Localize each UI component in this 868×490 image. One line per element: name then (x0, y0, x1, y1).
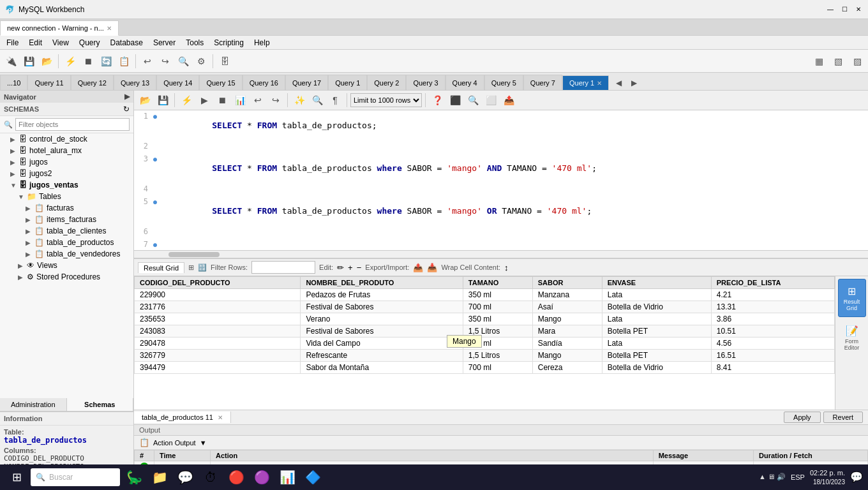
limit-rows-select[interactable]: Limit to 1000 rows Limit to 100 rows No … (350, 93, 422, 107)
menu-help[interactable]: Help (250, 37, 274, 48)
close-button[interactable]: ✕ (854, 5, 863, 14)
field-types-icon[interactable]: 🔡 (198, 264, 207, 272)
table-item-items-facturas[interactable]: ▶ 📋 items_facturas (0, 214, 133, 225)
revert-button[interactable]: Revert (823, 412, 863, 423)
bottom-tab-close[interactable]: ✕ (218, 414, 223, 421)
filter-rows-input[interactable] (251, 261, 315, 274)
query-tab-14[interactable]: Query 14 (156, 75, 199, 90)
beautify-btn[interactable]: ✨ (291, 92, 308, 108)
export-btn[interactable]: 📤 (500, 92, 517, 108)
result-row-3[interactable]: 243083 Festival de Sabores 1,5 Litros Ma… (135, 325, 835, 338)
query-tab-q2[interactable]: Query 2 (367, 75, 406, 90)
schema-button[interactable]: 🗄 (216, 53, 233, 70)
schema-item-jugos2[interactable]: ▶ 🗄 jugos2 (0, 168, 133, 179)
query-tab-13[interactable]: Query 13 (114, 75, 156, 90)
menu-database[interactable]: Database (107, 37, 147, 48)
edit-icon-3[interactable]: − (357, 263, 362, 272)
result-table-container[interactable]: CODIGO_DEL_PRODUCTO NOMBRE_DEL_PRODUTO T… (134, 276, 835, 410)
schema-folder-stored-procedures[interactable]: ▶ ⚙ Stored Procedures (0, 271, 133, 283)
grid-icon[interactable]: ⊞ (188, 264, 194, 272)
stop-query-btn[interactable]: ⏹ (214, 92, 230, 108)
open-button[interactable]: 📂 (38, 53, 55, 70)
nav-collapse-btn[interactable]: ▶ (124, 93, 130, 101)
layout-btn-3[interactable]: ▨ (849, 53, 865, 70)
taskbar-search[interactable]: 🔍 Buscar (31, 468, 120, 486)
result-row-1[interactable]: 231776 Festival de Sabores 700 ml Asaí B… (135, 301, 835, 313)
query-tab-active[interactable]: Query 1 ✕ (562, 75, 609, 91)
edit-icon-2[interactable]: + (348, 263, 353, 272)
invisible-chars-btn[interactable]: ¶ (327, 92, 343, 108)
redo-query-btn[interactable]: ↪ (267, 92, 284, 108)
result-row-4[interactable]: 290478 Vida del Campo 350 ml Sandía Lata… (135, 338, 835, 350)
schema-item-jugos-ventas[interactable]: ▼ 🗄 jugos_ventas (0, 179, 133, 191)
query-tab-16[interactable]: Query 16 (243, 75, 285, 90)
result-row-6[interactable]: 394479 Sabor da Montaña 700 ml Cereza Bo… (135, 362, 835, 374)
action-output-dropdown[interactable]: ▼ (200, 439, 207, 447)
export-icon[interactable]: 📤 (413, 263, 423, 272)
schema-item-control[interactable]: ▶ 🗄 control_de_stock (0, 133, 133, 145)
undo-button[interactable]: ↩ (139, 53, 156, 70)
redo-button[interactable]: ↪ (157, 53, 174, 70)
table-item-productos[interactable]: ▶ 📋 tabla_de_productos (0, 237, 133, 248)
query-tab-q1a[interactable]: Query 1 (328, 75, 367, 90)
open-file-btn[interactable]: 📂 (137, 92, 153, 108)
run-selection-btn[interactable]: ▶ (196, 92, 213, 108)
stop-button[interactable]: ⏹ (80, 53, 96, 70)
maximize-button[interactable]: ☐ (840, 5, 849, 14)
taskbar-app-purple[interactable]: 🟣 (250, 466, 273, 489)
menu-file[interactable]: File (3, 37, 22, 48)
connection-tab-close[interactable]: ✕ (107, 25, 112, 32)
tab-scroll-left[interactable]: ◀ (611, 76, 625, 90)
result-bottom-tab[interactable]: tabla_de_productos 11 ✕ (134, 412, 231, 423)
save-file-btn[interactable]: 💾 (154, 92, 171, 108)
compare-btn[interactable]: ⬜ (483, 92, 499, 108)
connection-tab[interactable]: new connection - Warning - n... ✕ (0, 20, 119, 36)
schema-item-jugos[interactable]: ▶ 🗄 jugos (0, 156, 133, 168)
find-button[interactable]: 🔍 (175, 53, 191, 70)
start-button[interactable]: ⊞ (5, 466, 28, 489)
query-tab-11[interactable]: Query 11 (27, 75, 70, 90)
menu-scripting[interactable]: Scripting (210, 37, 248, 48)
query-tab-prev[interactable]: ...10 (0, 75, 27, 90)
query-tab-12[interactable]: Query 12 (71, 75, 114, 90)
run-query-btn[interactable]: ⚡ (178, 92, 195, 108)
explain-button[interactable]: 📋 (116, 53, 132, 70)
layout-btn-1[interactable]: ▦ (811, 53, 827, 70)
wrap-icon[interactable]: ↕ (504, 263, 509, 272)
refresh-button[interactable]: 🔄 (98, 53, 114, 70)
query-tab-q7[interactable]: Query 7 (523, 75, 562, 90)
query-tab-15[interactable]: Query 15 (199, 75, 242, 90)
table-item-facturas[interactable]: ▶ 📋 facturas (0, 202, 133, 214)
taskbar-app-folder[interactable]: 📁 (148, 466, 171, 489)
menu-view[interactable]: View (49, 37, 73, 48)
layout-btn-2[interactable]: ▧ (830, 53, 846, 70)
nav-tab-schemas[interactable]: Schemas (67, 398, 134, 411)
taskbar-app-dino[interactable]: 🦕 (123, 466, 146, 489)
edit-icon-1[interactable]: ✏ (337, 263, 344, 272)
query-tab-17[interactable]: Query 17 (285, 75, 328, 90)
schema-filter-input[interactable] (15, 118, 130, 131)
query-tab-q5[interactable]: Query 5 (484, 75, 523, 90)
menu-tools[interactable]: Tools (182, 37, 207, 48)
taskbar-app-chat[interactable]: 💬 (174, 466, 197, 489)
settings-button[interactable]: ⚙ (193, 53, 209, 70)
menu-edit[interactable]: Edit (25, 37, 46, 48)
form-editor-panel-btn[interactable]: 📝 FormEditor (838, 318, 866, 357)
table-item-vendedores[interactable]: ▶ 📋 tabla_de_vendedores (0, 248, 133, 260)
table-item-clientes[interactable]: ▶ 📋 tabla_de_clientes (0, 225, 133, 237)
language-indicator[interactable]: ESP (791, 473, 805, 481)
query-tab-q4[interactable]: Query 4 (445, 75, 484, 90)
query-tab-q3[interactable]: Query 3 (406, 75, 445, 90)
menu-query[interactable]: Query (75, 37, 104, 48)
code-editor[interactable]: 1 ● SELECT * FROM tabla_de_productos; 2 … (134, 110, 868, 251)
editor-hscrollbar[interactable] (134, 251, 868, 258)
menu-server[interactable]: Server (149, 37, 179, 48)
notification-icon[interactable]: 💬 (850, 471, 863, 483)
nav-tab-admin[interactable]: Administration (0, 398, 67, 411)
taskbar-app-red[interactable]: 🔴 (225, 466, 248, 489)
search-btn[interactable]: 🔍 (465, 92, 481, 108)
import-icon[interactable]: 📥 (427, 263, 437, 272)
save-button[interactable]: 💾 (20, 53, 37, 70)
schema-item-hotel[interactable]: ▶ 🗄 hotel_alura_mx (0, 145, 133, 156)
new-connection-button[interactable]: 🔌 (3, 53, 19, 70)
